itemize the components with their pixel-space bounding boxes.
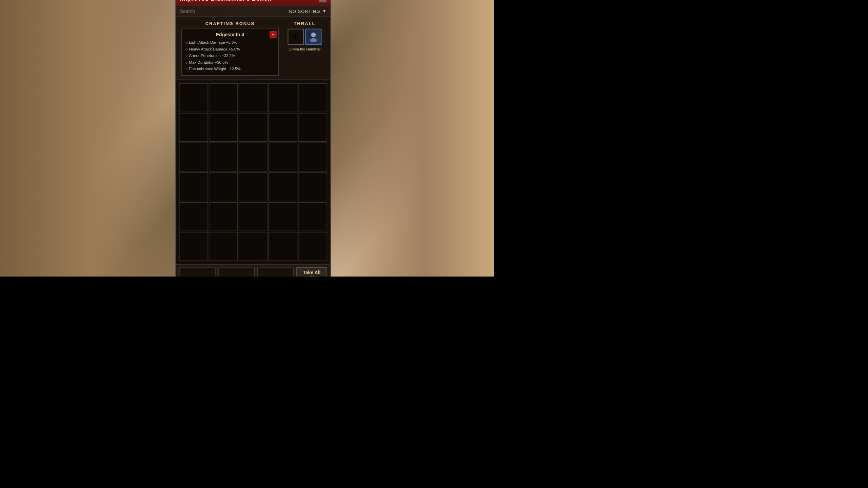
bonus-stat-0: ◇ Light Attack Damage +5.6% [185,39,274,46]
inv-cell[interactable] [269,232,297,261]
inventory-section [176,80,330,264]
inv-cell[interactable] [298,83,327,112]
inv-cell[interactable] [239,172,268,201]
thrall-slot-2[interactable] [305,29,321,45]
action-slot-2[interactable] [218,268,255,277]
inv-cell[interactable] [209,113,238,142]
inv-cell[interactable] [239,202,268,231]
action-bar: Take All [O] [176,264,330,277]
take-all-shortcut: [O] [309,276,314,277]
bullet-icon-2: ◇ [185,54,188,58]
inv-cell[interactable] [239,83,268,112]
take-all-button[interactable]: Take All [O] [296,267,327,277]
remove-bonus-button[interactable]: − [270,31,276,38]
action-slot-1[interactable] [179,268,215,277]
thrall-icon-1: ⚙ [292,33,299,41]
thrall-col: THRALL ⚙ Olivya the Hammer [284,21,325,76]
inv-cell[interactable] [209,202,238,231]
edit-button[interactable]: ✏ [319,0,326,2]
sort-dropdown[interactable]: NO SORTING ▼ [289,8,326,14]
inv-cell[interactable] [209,143,238,171]
title-bar: Improved Blacksmith's Bench ✏ [176,0,330,6]
inv-cell[interactable] [269,172,297,201]
bullet-icon-4: ◇ [185,67,188,72]
inv-cell[interactable] [179,202,208,231]
bullet-icon-3: ◇ [185,60,188,65]
bonus-stat-3: ◇ Max Durability +30.5% [185,59,274,66]
inv-cell[interactable] [269,113,297,142]
inv-cell[interactable] [179,113,208,142]
inv-cell[interactable] [209,172,238,201]
inv-cell[interactable] [179,143,208,171]
thrall-name: Olivya the Hammer [289,47,320,51]
inv-cell[interactable] [209,83,238,112]
svg-point-0 [311,33,316,37]
inv-cell[interactable] [298,202,327,231]
crafting-thrall-section: CRAFTING BONUS Edgesmith 4 − ◇ Light Att… [176,17,330,80]
inv-cell[interactable] [239,113,268,142]
bullet-icon-1: ◇ [185,47,188,52]
svg-point-3 [314,34,315,35]
blacksmith-panel: Improved Blacksmith's Bench ✏ NO SORTING… [175,0,331,277]
inv-cell[interactable] [269,202,297,231]
thrall-slots: ⚙ [288,29,321,45]
inv-cell[interactable] [269,83,297,112]
crafting-bonus-col: CRAFTING BONUS Edgesmith 4 − ◇ Light Att… [181,21,279,76]
inv-cell[interactable] [269,143,297,171]
bonus-stat-1: ◇ Heavy Attack Damage +5.6% [185,46,274,53]
inv-cell[interactable] [298,143,327,171]
inv-cell[interactable] [239,143,268,171]
take-all-label: Take All [303,269,320,275]
inv-cell[interactable] [179,83,208,112]
sort-arrow-icon: ▼ [322,9,327,14]
right-bg [321,0,494,277]
bonus-stat-2: ◇ Armor Penetration +22.2% [185,53,274,59]
inv-cell[interactable] [179,172,208,201]
svg-point-2 [312,34,313,35]
inv-cell[interactable] [298,232,327,261]
bonus-card: Edgesmith 4 − ◇ Light Attack Damage +5.6… [181,29,279,76]
inv-cell[interactable] [179,232,208,261]
panel-title: Improved Blacksmith's Bench [180,0,271,2]
thrall-slot-1[interactable]: ⚙ [288,29,304,45]
search-input[interactable] [180,8,285,14]
inv-cell[interactable] [239,232,268,261]
thrall-avatar-icon [308,32,319,42]
search-bar: NO SORTING ▼ [176,6,330,17]
thrall-title: THRALL [294,21,315,26]
sorting-label: NO SORTING [289,8,320,14]
bonus-tier: Edgesmith 4 [185,32,274,37]
crafting-bonus-title: CRAFTING BONUS [181,21,279,26]
action-slot-3[interactable] [257,268,294,277]
inv-cell[interactable] [298,172,327,201]
bullet-icon-0: ◇ [185,40,188,45]
inv-cell[interactable] [298,113,327,142]
svg-point-1 [310,38,317,42]
inv-cell[interactable] [209,232,238,261]
inventory-grid [179,83,327,261]
bonus-stat-4: ◇ Encumbrance Weight −12.5% [185,66,274,73]
